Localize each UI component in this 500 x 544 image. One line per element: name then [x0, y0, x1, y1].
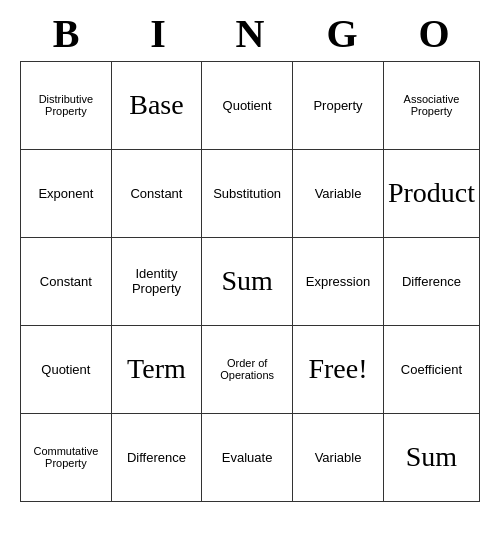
- cell-0-2: Quotient: [202, 61, 293, 149]
- cell-1-1: Constant: [111, 149, 201, 237]
- cell-4-3: Variable: [293, 413, 384, 501]
- grid-row-0: Distributive PropertyBaseQuotientPropert…: [21, 61, 480, 149]
- grid-row-4: Commutative PropertyDifferenceEvaluateVa…: [21, 413, 480, 501]
- cell-0-0: Distributive Property: [21, 61, 112, 149]
- bingo-letter-o: O: [390, 10, 478, 57]
- cell-4-2: Evaluate: [202, 413, 293, 501]
- cell-1-4: Product: [383, 149, 479, 237]
- bingo-grid: Distributive PropertyBaseQuotientPropert…: [20, 61, 480, 502]
- bingo-letter-n: N: [206, 10, 294, 57]
- cell-1-2: Substitution: [202, 149, 293, 237]
- grid-row-2: ConstantIdentity PropertySumExpressionDi…: [21, 237, 480, 325]
- cell-2-4: Difference: [383, 237, 479, 325]
- cell-3-2: Order of Operations: [202, 325, 293, 413]
- bingo-header: BINGO: [20, 10, 480, 57]
- cell-4-0: Commutative Property: [21, 413, 112, 501]
- cell-1-3: Variable: [293, 149, 384, 237]
- cell-1-0: Exponent: [21, 149, 112, 237]
- cell-0-1: Base: [111, 61, 201, 149]
- bingo-letter-b: B: [22, 10, 110, 57]
- bingo-letter-i: I: [114, 10, 202, 57]
- cell-4-4: Sum: [383, 413, 479, 501]
- cell-2-0: Constant: [21, 237, 112, 325]
- cell-3-4: Coefficient: [383, 325, 479, 413]
- cell-3-1: Term: [111, 325, 201, 413]
- cell-0-3: Property: [293, 61, 384, 149]
- cell-3-3: Free!: [293, 325, 384, 413]
- grid-row-1: ExponentConstantSubstitutionVariableProd…: [21, 149, 480, 237]
- cell-2-3: Expression: [293, 237, 384, 325]
- cell-4-1: Difference: [111, 413, 201, 501]
- bingo-letter-g: G: [298, 10, 386, 57]
- cell-2-2: Sum: [202, 237, 293, 325]
- cell-0-4: Associative Property: [383, 61, 479, 149]
- grid-row-3: QuotientTermOrder of OperationsFree!Coef…: [21, 325, 480, 413]
- cell-2-1: Identity Property: [111, 237, 201, 325]
- cell-3-0: Quotient: [21, 325, 112, 413]
